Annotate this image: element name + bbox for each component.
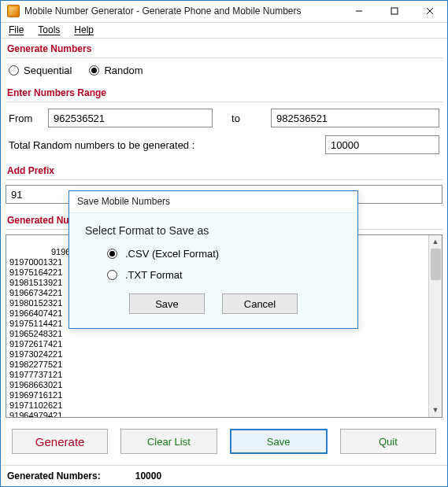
radio-random[interactable]: Random xyxy=(89,65,143,76)
radio-sequential-label: Sequential xyxy=(24,65,72,76)
quit-button[interactable]: Quit xyxy=(340,429,436,454)
status-count: 10000 xyxy=(135,470,161,481)
total-input[interactable] xyxy=(325,135,439,154)
section-prefix: Add Prefix xyxy=(6,162,442,178)
save-dialog-heading: Select Format to Save as xyxy=(85,224,342,237)
titlebar[interactable]: Mobile Number Generator - Generate Phone… xyxy=(1,1,447,23)
app-icon xyxy=(7,5,20,17)
total-label: Total Random numbers to be generated : xyxy=(9,139,194,151)
scroll-up-icon[interactable]: ▲ xyxy=(429,235,442,249)
svg-rect-1 xyxy=(391,8,398,14)
to-input[interactable] xyxy=(271,109,439,127)
save-button[interactable]: Save xyxy=(230,429,328,454)
section-range: Enter Numbers Range xyxy=(6,84,442,100)
generate-button[interactable]: Generate xyxy=(12,429,108,454)
menu-help[interactable]: Help xyxy=(74,24,94,35)
scrollbar[interactable]: ▲ ▼ xyxy=(428,235,442,417)
save-dialog-title: Save Mobile Numbers xyxy=(69,191,357,213)
generate-mode-group: Sequential Random xyxy=(6,60,442,83)
scroll-thumb[interactable] xyxy=(431,249,441,280)
radio-txt-label: .TXT Format xyxy=(125,269,183,281)
menu-tools[interactable]: Tools xyxy=(38,24,60,35)
close-button[interactable] xyxy=(412,1,447,22)
radio-csv-label: .CSV (Excel Format) xyxy=(125,248,219,260)
window-title: Mobile Number Generator - Generate Phone… xyxy=(24,6,341,17)
menu-file[interactable]: File xyxy=(9,24,24,35)
app-window: Mobile Number Generator - Generate Phone… xyxy=(0,0,448,487)
scroll-down-icon[interactable]: ▼ xyxy=(429,404,442,417)
dialog-save-button[interactable]: Save xyxy=(129,293,205,314)
radio-csv[interactable]: .CSV (Excel Format) xyxy=(107,248,342,260)
radio-random-label: Random xyxy=(104,65,143,76)
from-label: From xyxy=(9,113,40,124)
minimize-button[interactable] xyxy=(341,1,376,22)
menubar: File Tools Help xyxy=(1,23,447,39)
clear-list-button[interactable]: Clear List xyxy=(120,429,217,454)
status-label: Generated Numbers: xyxy=(7,470,101,481)
dialog-cancel-button[interactable]: Cancel xyxy=(222,293,298,314)
radio-sequential[interactable]: Sequential xyxy=(9,65,72,76)
section-generate-numbers: Generate Numbers xyxy=(6,40,442,56)
status-bar: Generated Numbers: 10000 xyxy=(1,465,447,486)
to-label: to xyxy=(231,113,263,124)
from-input[interactable] xyxy=(48,109,213,127)
radio-txt[interactable]: .TXT Format xyxy=(107,269,342,281)
save-dialog: Save Mobile Numbers Select Format to Sav… xyxy=(68,190,358,329)
maximize-button[interactable] xyxy=(376,1,412,22)
